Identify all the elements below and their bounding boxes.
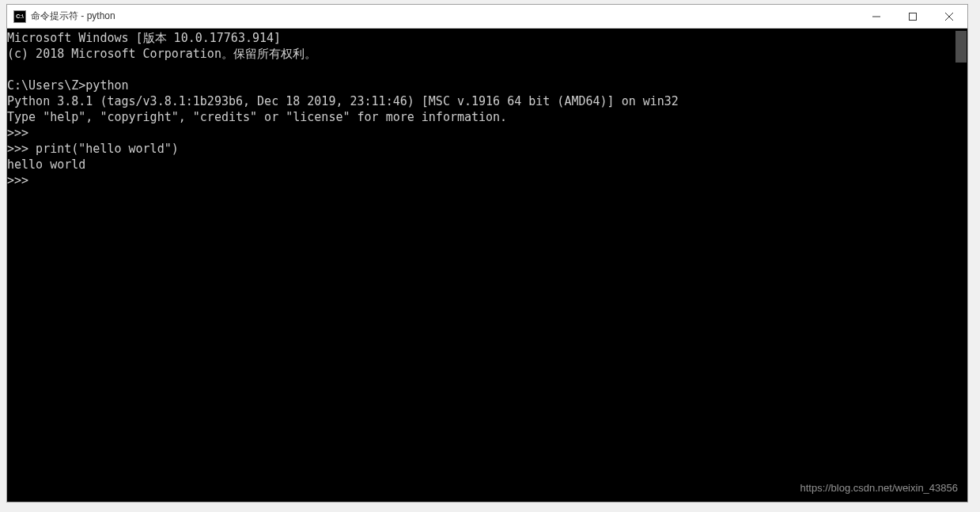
terminal-line: >>> print("hello world") [7,141,967,157]
close-icon [945,13,953,21]
terminal-line: >>> [7,125,967,141]
terminal-line [7,62,967,78]
maximize-icon [909,13,917,21]
minimize-button[interactable] [858,5,895,28]
cmd-icon-text: C:\ [16,13,23,19]
terminal-line: >>> [7,173,967,188]
terminal-output[interactable]: Microsoft Windows [版本 10.0.17763.914](c)… [7,28,967,502]
terminal-line: hello world [7,157,967,173]
close-button[interactable] [931,5,967,28]
terminal-line: C:\Users\Z>python [7,78,967,93]
titlebar[interactable]: C:\ 命令提示符 - python [7,5,967,28]
scrollbar-thumb[interactable] [955,31,967,63]
window-controls [858,5,967,28]
minimize-icon [872,13,880,21]
cmd-icon: C:\ [13,10,26,23]
window-title: 命令提示符 - python [31,9,858,23]
terminal-line: Type "help", "copyright", "credits" or "… [7,109,967,125]
terminal-line: (c) 2018 Microsoft Corporation。保留所有权利。 [7,46,967,62]
svg-rect-1 [910,13,917,20]
maximize-button[interactable] [895,5,931,28]
cmd-window: C:\ 命令提示符 - python Microsoft Windows [版本… [6,4,968,503]
terminal-line: Microsoft Windows [版本 10.0.17763.914] [7,30,967,46]
terminal-line: Python 3.8.1 (tags/v3.8.1:1b293b6, Dec 1… [7,93,967,109]
